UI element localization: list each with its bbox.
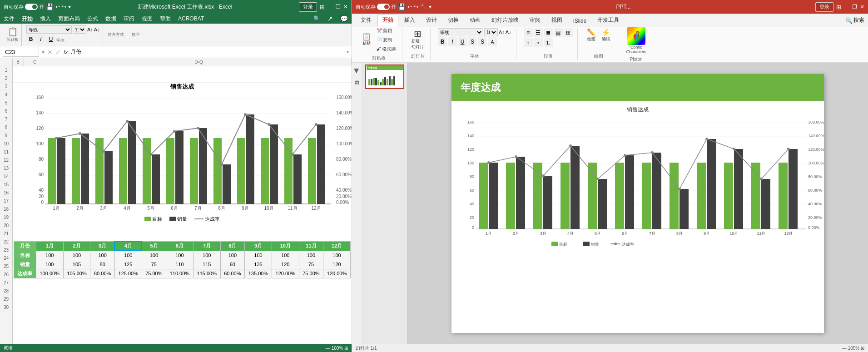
font-size-select[interactable]: 11 bbox=[73, 25, 86, 34]
ppt-autosave-toggle[interactable]: 自动保存 开 bbox=[356, 4, 396, 10]
cell-reference[interactable]: C23 bbox=[3, 48, 39, 57]
excel-min-button[interactable]: — bbox=[327, 4, 333, 10]
table-rate-jun[interactable]: 110.00% bbox=[166, 269, 193, 278]
redo-icon[interactable]: ↪ bbox=[62, 4, 66, 10]
table-rate-aug[interactable]: 60.00% bbox=[220, 269, 244, 278]
table-sales-may[interactable]: 75 bbox=[142, 260, 166, 269]
excel-tab-acrobat[interactable]: ACROBAT bbox=[178, 15, 204, 22]
excel-login-button[interactable]: 登录 bbox=[299, 2, 317, 12]
ppt-restore-button[interactable]: ❐ bbox=[852, 4, 857, 10]
excel-chart-container[interactable]: 160 140 120 100 80 60 40 20 0 160.00% 14… bbox=[13, 91, 352, 213]
ppt-font-color-button[interactable]: A bbox=[488, 37, 497, 46]
ppt-tab-design[interactable]: 设计 bbox=[421, 14, 442, 26]
line-spacing-button[interactable]: ↕ bbox=[524, 38, 533, 47]
table-rate-mar[interactable]: 80.00% bbox=[90, 269, 114, 278]
edit-button[interactable]: ⚡ 编辑 bbox=[600, 28, 612, 43]
justify-button[interactable]: ▤ bbox=[554, 28, 563, 37]
excel-tab-layout[interactable]: 页面布局 bbox=[58, 15, 80, 23]
ppt-redo-icon[interactable]: ↪ bbox=[414, 4, 418, 10]
formula-bar-expand-icon[interactable]: ▾ bbox=[347, 50, 349, 55]
table-target-jun[interactable]: 100 bbox=[166, 251, 193, 260]
table-target-apr[interactable]: 100 bbox=[114, 251, 142, 260]
ppt-size-select[interactable]: 10 bbox=[484, 28, 498, 36]
paste-icon[interactable]: 📋 bbox=[8, 27, 18, 37]
numbered-button[interactable]: 1. bbox=[544, 38, 553, 47]
table-sales-aug[interactable]: 60 bbox=[220, 260, 244, 269]
excel-tab-review[interactable]: 审阅 bbox=[124, 15, 134, 23]
table-rate-oct[interactable]: 120.00% bbox=[272, 269, 299, 278]
ppt-tab-developer[interactable]: 开发工具 bbox=[592, 14, 624, 26]
table-sales-jan[interactable]: 100 bbox=[36, 260, 63, 269]
align-center-button[interactable]: ☰ bbox=[534, 28, 543, 37]
excel-restore-button[interactable]: ❐ bbox=[336, 4, 341, 10]
excel-tab-help[interactable]: 帮助 bbox=[160, 15, 171, 23]
ppt-increase-font-icon[interactable]: A↑ bbox=[499, 30, 505, 35]
table-target-aug[interactable]: 100 bbox=[220, 251, 244, 260]
table-rate-apr[interactable]: 125.00% bbox=[114, 269, 142, 278]
underline-button[interactable]: U bbox=[46, 35, 55, 44]
table-rate-may[interactable]: 75.00% bbox=[142, 269, 166, 278]
ppt-shadow-button[interactable]: S bbox=[478, 37, 487, 46]
ppt-slide[interactable]: 年度达成 销售达成 160 140 120 100 80 bbox=[451, 74, 824, 333]
ppt-tab-animation[interactable]: 动画 bbox=[465, 14, 486, 26]
save-icon[interactable]: 💾 bbox=[46, 3, 54, 10]
table-sales-feb[interactable]: 105 bbox=[63, 260, 90, 269]
ppt-tab-view[interactable]: 视图 bbox=[546, 14, 567, 26]
excel-search-icon[interactable]: 🔍 bbox=[313, 15, 320, 22]
table-rate-jan[interactable]: 100.00% bbox=[36, 269, 63, 278]
layout-icon[interactable]: ⊞ bbox=[320, 4, 325, 10]
excel-close-button[interactable]: ✕ bbox=[343, 4, 348, 10]
ppt-font-select[interactable]: 等线 bbox=[438, 28, 483, 36]
bullet-button[interactable]: • bbox=[534, 38, 543, 47]
table-rate-nov[interactable]: 75.00% bbox=[299, 269, 323, 278]
draw-button[interactable]: ✏️ 绘图 bbox=[585, 28, 598, 43]
more-icon[interactable]: ▾ bbox=[68, 4, 71, 10]
table-target-feb[interactable]: 100 bbox=[63, 251, 90, 260]
cut-button[interactable]: ✂️剪切 bbox=[375, 27, 397, 35]
table-target-jan[interactable]: 100 bbox=[36, 251, 63, 260]
ppt-tab-review[interactable]: 审阅 bbox=[525, 14, 546, 26]
ppt-tab-home[interactable]: 开始 bbox=[377, 14, 398, 26]
table-sales-nov[interactable]: 75 bbox=[299, 260, 323, 269]
align-right-button[interactable]: ≣ bbox=[544, 28, 553, 37]
table-sales-dec[interactable]: 120 bbox=[323, 260, 351, 269]
table-target-mar[interactable]: 100 bbox=[90, 251, 114, 260]
table-target-dec[interactable]: 100 bbox=[323, 251, 351, 260]
excel-share-icon[interactable]: ↗ bbox=[327, 15, 333, 22]
ppt-underline-button[interactable]: U bbox=[458, 37, 467, 46]
ppt-bold-button[interactable]: B bbox=[438, 37, 447, 46]
ppt-close-button[interactable]: ✕ bbox=[860, 4, 864, 10]
table-rate-feb[interactable]: 105.00% bbox=[63, 269, 90, 278]
table-rate-dec[interactable]: 120.00% bbox=[323, 269, 351, 278]
table-target-jul[interactable]: 100 bbox=[193, 251, 220, 260]
ppt-more-icon[interactable]: ▾ bbox=[429, 4, 432, 10]
excel-tab-data[interactable]: 数据 bbox=[105, 15, 116, 23]
ppt-tab-islide[interactable]: iSlide bbox=[568, 15, 591, 26]
ppt-tab-insert[interactable]: 插入 bbox=[399, 14, 420, 26]
ppt-login-button[interactable]: 登录 bbox=[815, 2, 833, 12]
excel-tab-formula[interactable]: 公式 bbox=[87, 15, 98, 23]
copy-button[interactable]: 📄复制 bbox=[375, 36, 397, 44]
excel-tab-view[interactable]: 视图 bbox=[142, 15, 153, 23]
italic-button[interactable]: I bbox=[36, 35, 45, 44]
formula-input[interactable]: 月份 bbox=[70, 49, 344, 55]
font-family-select[interactable]: 等线 bbox=[26, 25, 72, 34]
table-target-oct[interactable]: 100 bbox=[272, 251, 299, 260]
column-button[interactable]: ⊞ bbox=[564, 28, 573, 37]
ppt-strikethrough-button[interactable]: S bbox=[468, 37, 477, 46]
table-target-may[interactable]: 100 bbox=[142, 251, 166, 260]
table-sales-apr[interactable]: 125 bbox=[114, 260, 142, 269]
table-rate-sep[interactable]: 135.00% bbox=[245, 269, 272, 278]
ppt-tab-file[interactable]: 文件 bbox=[356, 14, 377, 26]
ppt-decrease-font-icon[interactable]: A↓ bbox=[506, 30, 511, 35]
slide-thumb-1[interactable]: 1 年度达成 bbox=[365, 64, 404, 89]
increase-font-icon[interactable]: A↑ bbox=[87, 27, 93, 32]
ppt-layout-icon[interactable]: ⊞ bbox=[836, 4, 841, 10]
excel-tab-home[interactable]: 开始 bbox=[22, 15, 33, 23]
excel-tab-file[interactable]: 文件 bbox=[4, 15, 15, 23]
table-sales-sep[interactable]: 135 bbox=[245, 260, 272, 269]
ppt-autosave-switch[interactable] bbox=[377, 4, 390, 10]
comic-characters-button[interactable]: 🦸 ComicCharacters bbox=[625, 26, 648, 55]
ppt-undo-icon[interactable]: ↩ bbox=[407, 4, 412, 10]
ppt-canvas-area[interactable]: 年度达成 销售达成 160 140 120 100 80 bbox=[407, 63, 868, 344]
